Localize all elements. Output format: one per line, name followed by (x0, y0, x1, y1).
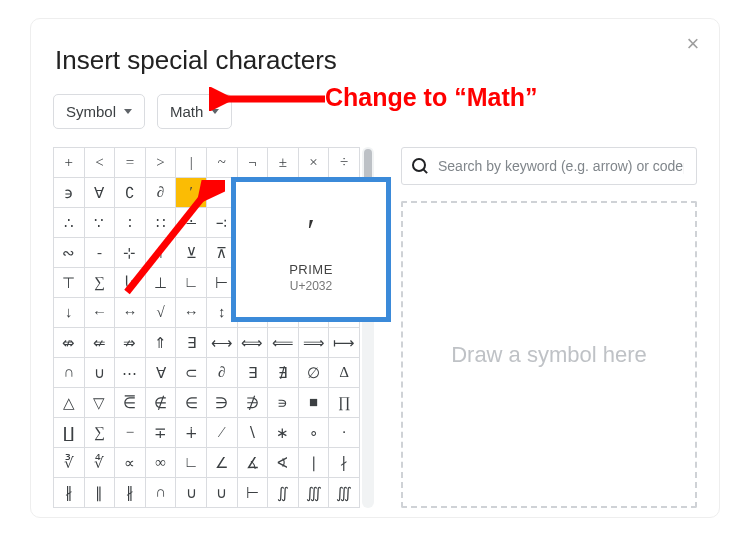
dialog-title: Insert special characters (55, 45, 697, 76)
character-cell[interactable]: × (299, 148, 330, 178)
character-cell[interactable]: ⇍ (85, 328, 116, 358)
character-cell[interactable]: ∦ (115, 478, 146, 508)
character-cell[interactable]: ∙ (329, 418, 360, 448)
character-cell[interactable]: ▽ (85, 388, 116, 418)
character-cell[interactable]: ¬ (238, 148, 269, 178)
character-cell[interactable]: ∝ (115, 448, 146, 478)
character-cell[interactable]: ∞ (146, 448, 177, 478)
character-cell[interactable]: ⟼ (329, 328, 360, 358)
character-cell[interactable]: ⟷ (207, 328, 238, 358)
character-cell[interactable]: ∑ (85, 268, 116, 298)
character-cell[interactable]: ∟ (176, 448, 207, 478)
character-cell[interactable]: ∃ (238, 358, 269, 388)
character-cell[interactable]: ∩ (54, 358, 85, 388)
character-cell[interactable]: ~ (207, 148, 238, 178)
annotation-arrow-to-dropdown (209, 87, 327, 111)
character-cell[interactable]: ↔ (176, 298, 207, 328)
character-cell[interactable]: ∆ (329, 358, 360, 388)
character-cell[interactable]: ∵ (85, 208, 116, 238)
character-cell[interactable]: = (115, 148, 146, 178)
character-cell[interactable]: ∔ (176, 418, 207, 448)
character-cell[interactable]: ⇑ (146, 328, 177, 358)
character-cell[interactable]: ∠ (207, 448, 238, 478)
annotation-label: Change to “Math” (325, 83, 538, 112)
character-cell[interactable]: ⋶ (115, 388, 146, 418)
annotation-arrow-to-cell (115, 180, 225, 300)
character-cell[interactable]: ∪ (176, 478, 207, 508)
character-cell[interactable]: ∂ (207, 358, 238, 388)
character-cell[interactable]: ∜ (85, 448, 116, 478)
character-cell[interactable]: ∐ (54, 418, 85, 448)
character-cell[interactable]: ∬ (268, 478, 299, 508)
character-cell[interactable]: ∉ (146, 388, 177, 418)
character-cell[interactable]: ⟺ (238, 328, 269, 358)
character-cell[interactable]: ∗ (268, 418, 299, 448)
character-cell[interactable]: ∓ (146, 418, 177, 448)
character-cell[interactable]: ⊂ (176, 358, 207, 388)
character-cell[interactable]: ↔ (115, 298, 146, 328)
character-cell[interactable]: - (85, 238, 116, 268)
category-dropdown-label: Symbol (66, 103, 116, 120)
character-cell[interactable]: ■ (299, 388, 330, 418)
character-cell[interactable]: ϶ (54, 178, 85, 208)
character-cell[interactable]: ∭ (329, 478, 360, 508)
character-cell[interactable]: ∕ (207, 418, 238, 448)
tooltip-codepoint: U+2032 (290, 279, 332, 293)
close-button[interactable]: × (681, 33, 705, 57)
character-cell[interactable]: ↓ (54, 298, 85, 328)
character-cell[interactable]: ∅ (299, 358, 330, 388)
character-cell[interactable]: ∴ (54, 208, 85, 238)
character-cell[interactable]: ∌ (238, 388, 269, 418)
character-cell[interactable]: ∋ (207, 388, 238, 418)
character-cell[interactable]: ∪ (207, 478, 238, 508)
character-cell[interactable]: ⟹ (299, 328, 330, 358)
draw-symbol-pad[interactable]: Draw a symbol here (401, 201, 697, 508)
svg-line-1 (127, 194, 205, 292)
character-cell[interactable]: ∪ (85, 358, 116, 388)
character-cell[interactable]: ∥ (85, 478, 116, 508)
character-cell[interactable]: ∘ (299, 418, 330, 448)
character-cell[interactable]: ∑ (85, 418, 116, 448)
character-cell[interactable]: < (85, 148, 116, 178)
character-cell[interactable]: √ (146, 298, 177, 328)
character-cell[interactable]: ∤ (329, 448, 360, 478)
character-cell[interactable]: ÷ (329, 148, 360, 178)
character-cell[interactable]: ∢ (268, 448, 299, 478)
character-cell[interactable]: ∖ (238, 418, 269, 448)
character-cell[interactable]: ⇏ (115, 328, 146, 358)
character-cell[interactable]: + (54, 148, 85, 178)
tooltip-glyph: ′ (307, 206, 314, 256)
subcategory-dropdown-label: Math (170, 103, 203, 120)
character-cell[interactable]: ∈ (176, 388, 207, 418)
character-cell[interactable]: ⊤ (54, 268, 85, 298)
character-cell[interactable]: ∛ (54, 448, 85, 478)
character-cell[interactable]: ⋯ (115, 358, 146, 388)
character-cell[interactable]: ∡ (238, 448, 269, 478)
character-cell[interactable]: ⟸ (268, 328, 299, 358)
character-cell[interactable]: ∏ (329, 388, 360, 418)
character-cell[interactable]: ∾ (54, 238, 85, 268)
character-cell[interactable]: ± (268, 148, 299, 178)
character-cell[interactable]: ⊢ (238, 478, 269, 508)
character-cell[interactable]: △ (54, 388, 85, 418)
character-cell[interactable]: ⇎ (54, 328, 85, 358)
character-cell[interactable]: ∍ (268, 388, 299, 418)
character-tooltip: ′ PRIME U+2032 (231, 177, 391, 322)
character-cell[interactable]: ∣ (299, 448, 330, 478)
character-cell[interactable]: ∄ (268, 358, 299, 388)
character-cell[interactable]: − (115, 418, 146, 448)
character-cell[interactable]: ∦ (54, 478, 85, 508)
character-cell[interactable]: ∃ (176, 328, 207, 358)
category-dropdown[interactable]: Symbol (53, 94, 145, 129)
character-cell[interactable]: | (176, 148, 207, 178)
character-cell[interactable]: ← (85, 298, 116, 328)
draw-placeholder: Draw a symbol here (451, 342, 647, 368)
character-cell[interactable]: ∭ (299, 478, 330, 508)
character-cell[interactable]: ∀ (85, 178, 116, 208)
search-field[interactable] (401, 147, 697, 185)
character-cell[interactable]: ∀ (146, 358, 177, 388)
character-cell[interactable]: ∩ (146, 478, 177, 508)
tooltip-name: PRIME (289, 262, 333, 277)
search-input[interactable] (436, 157, 686, 175)
character-cell[interactable]: > (146, 148, 177, 178)
